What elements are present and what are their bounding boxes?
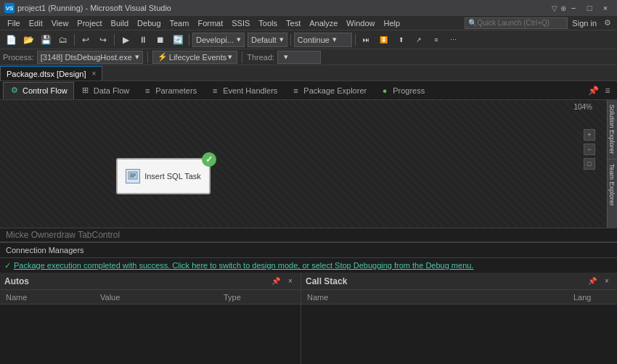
- menu-ssis[interactable]: SSIS: [227, 17, 254, 29]
- callstack-col-lang: Lang: [571, 293, 614, 302]
- open-btn[interactable]: 📂: [20, 32, 36, 48]
- design-tab-progress[interactable]: ● Progress: [373, 82, 431, 99]
- design-tab-parameters[interactable]: ≡ Parameters: [136, 82, 203, 99]
- separator-1: [74, 34, 75, 46]
- debug-btn-4[interactable]: ↗: [411, 32, 427, 48]
- design-tab-control-flow[interactable]: ⚙ Control Flow: [3, 82, 74, 99]
- design-canvas[interactable]: 104% ✓ Insert SQL Task + − □: [0, 100, 607, 228]
- title-bar: VS project1 (Running) - Microsoft Visual…: [0, 0, 617, 16]
- close-button[interactable]: ×: [598, 2, 613, 14]
- parameters-icon: ≡: [142, 86, 152, 96]
- menu-team[interactable]: Team: [166, 17, 194, 29]
- canvas-side-controls: + − □: [584, 129, 595, 170]
- callstack-pin-btn[interactable]: 📌: [587, 276, 598, 287]
- canvas-fit-btn[interactable]: □: [584, 158, 595, 170]
- document-tabs: Package.dtsx [Design] ×: [0, 65, 617, 81]
- team-explorer-tab[interactable]: Team Explorer: [608, 160, 617, 210]
- debug-btn-3[interactable]: ⬆: [393, 32, 409, 48]
- thread-dropdown-icon[interactable]: ▾: [284, 52, 288, 62]
- menu-tools[interactable]: Tools: [254, 17, 282, 29]
- developer-dropdown[interactable]: Developi... ▾: [192, 33, 245, 47]
- insert-sql-task-box[interactable]: ✓ Insert SQL Task: [116, 158, 211, 194]
- debug-btn-1[interactable]: ⏭: [359, 32, 375, 48]
- callstack-title: Call Stack: [306, 276, 584, 286]
- menu-format[interactable]: Format: [193, 17, 227, 29]
- redo-btn[interactable]: ↪: [95, 32, 111, 48]
- menu-test[interactable]: Test: [282, 17, 305, 29]
- bottom-panels: Autos 📌 × Name Value Type Autos Locals W…: [0, 273, 617, 364]
- settings-icon[interactable]: ⚙: [601, 18, 614, 28]
- menu-debug[interactable]: Debug: [133, 17, 165, 29]
- callstack-content: [301, 305, 617, 364]
- maximize-button[interactable]: □: [582, 2, 597, 14]
- default-dropdown[interactable]: Default ▾: [248, 33, 287, 47]
- autos-panel-header: Autos 📌 ×: [0, 273, 301, 290]
- autos-col-name: Name: [3, 293, 97, 302]
- design-tab-data-flow[interactable]: ⊞ Data Flow: [74, 82, 136, 99]
- menu-help[interactable]: Help: [379, 17, 404, 29]
- separator-4: [290, 34, 291, 46]
- continue-arrow-icon: ▾: [332, 35, 337, 44]
- autos-close-btn[interactable]: ×: [285, 276, 296, 287]
- task-label: Insert SQL Task: [144, 172, 201, 181]
- design-tab-event-handlers[interactable]: ≡ Event Handlers: [203, 82, 284, 99]
- pin-btn[interactable]: 📌: [587, 84, 600, 97]
- canvas-zoom-in-btn[interactable]: +: [584, 129, 595, 141]
- autos-col-value: Value: [97, 293, 221, 302]
- menu-project[interactable]: Project: [73, 17, 106, 29]
- design-tab-package-explorer[interactable]: ≡ Package Explorer: [284, 82, 373, 99]
- save-btn[interactable]: 💾: [38, 32, 54, 48]
- process-value-display: [3148] DtsDebugHost.exe ▾: [37, 51, 143, 64]
- menu-edit[interactable]: Edit: [25, 17, 47, 29]
- doc-tab-package[interactable]: Package.dtsx [Design] ×: [0, 66, 102, 80]
- zoom-level: 104%: [573, 103, 592, 111]
- callstack-close-btn[interactable]: ×: [601, 276, 613, 287]
- new-project-btn[interactable]: 📄: [3, 32, 19, 48]
- doc-tab-close-btn[interactable]: ×: [91, 70, 96, 78]
- design-tabs-bar: ⚙ Control Flow ⊞ Data Flow ≡ Parameters …: [0, 81, 617, 100]
- minimize-button[interactable]: −: [566, 2, 581, 14]
- main-toolbar: 📄 📂 💾 🗂 ↩ ↪ ▶ ⏸ ⏹ 🔄 Developi... ▾ Defaul…: [0, 30, 617, 49]
- search-icon: 🔍: [468, 19, 477, 27]
- menu-window[interactable]: Window: [342, 17, 379, 29]
- autos-pin-btn[interactable]: 📌: [270, 276, 282, 287]
- debug-btn-6[interactable]: ⋯: [446, 32, 462, 48]
- solution-explorer-tab[interactable]: Solution Explorer: [608, 100, 617, 160]
- thread-value: ▾: [277, 51, 321, 64]
- more-btn[interactable]: ≡: [601, 84, 614, 97]
- callstack-col-name: Name: [304, 293, 571, 302]
- quick-launch[interactable]: 🔍: [465, 17, 568, 29]
- connection-managers-bar: Connection Managers: [0, 242, 617, 258]
- restart-btn[interactable]: 🔄: [170, 32, 186, 48]
- undo-btn[interactable]: ↩: [78, 32, 94, 48]
- save-all-btn[interactable]: 🗂: [55, 32, 71, 48]
- stop-btn[interactable]: ⏹: [152, 32, 168, 48]
- callstack-col-headers: Name Lang: [301, 290, 617, 305]
- side-tab-panels: Solution Explorer Team Explorer: [607, 100, 617, 228]
- sign-in-link[interactable]: Sign in: [568, 19, 601, 28]
- quick-launch-input[interactable]: [477, 19, 564, 27]
- menu-bar: File Edit View Project Build Debug Team …: [0, 16, 617, 30]
- process-dropdown-icon[interactable]: ▾: [135, 52, 139, 62]
- menu-view[interactable]: View: [47, 17, 73, 29]
- lifecycle-events-btn[interactable]: ⚡ Lifecycle Events ▾: [152, 51, 237, 64]
- process-label: Process:: [3, 53, 34, 62]
- progress-icon: ●: [380, 86, 390, 96]
- chevron-down-icon: ▾: [237, 35, 241, 44]
- pause-btn[interactable]: ⏸: [135, 32, 151, 48]
- success-icon: ✓: [4, 261, 11, 270]
- window-controls[interactable]: − □ ×: [566, 2, 613, 14]
- menu-analyze[interactable]: Analyze: [305, 17, 342, 29]
- success-message-link[interactable]: Package execution completed with success…: [14, 261, 473, 270]
- filter-icon: ▽: [552, 4, 557, 12]
- autos-col-headers: Name Value Type: [0, 290, 301, 305]
- menu-build[interactable]: Build: [107, 17, 133, 29]
- success-message-bar: ✓ Package execution completed with succe…: [0, 258, 617, 273]
- continue-dropdown[interactable]: Continue ▾: [294, 33, 352, 47]
- debug-btn-5[interactable]: ≡: [428, 32, 444, 48]
- debug-btn-2[interactable]: ⏬: [376, 32, 392, 48]
- canvas-zoom-out-btn[interactable]: −: [584, 144, 595, 155]
- start-btn[interactable]: ▶: [118, 32, 134, 48]
- menu-file[interactable]: File: [3, 17, 25, 29]
- lifecycle-arrow: ▾: [228, 52, 232, 62]
